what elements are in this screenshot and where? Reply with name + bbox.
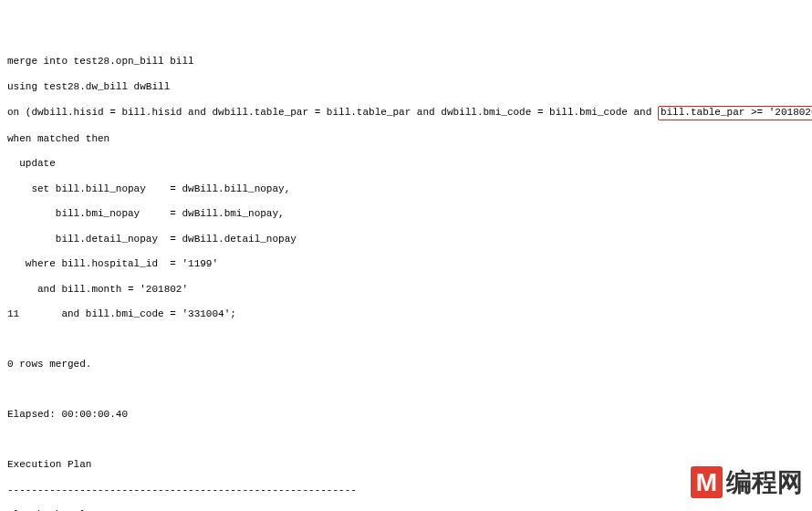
sql-line: and bill.month = '201802' bbox=[7, 284, 805, 297]
sql-line: on (dwbill.hisid = bill.hisid and dwbill… bbox=[7, 106, 805, 120]
rule: ----------------------------------------… bbox=[7, 485, 805, 497]
highlight-where-clause: bill.table_par >= '20180201' and bill.ta… bbox=[658, 106, 812, 120]
sql-line: using test28.dw_bill dwBill bbox=[7, 81, 805, 94]
sql-line: when matched then bbox=[7, 133, 805, 146]
blank bbox=[7, 434, 805, 447]
logo-text: 编程网 bbox=[726, 468, 803, 496]
exec-plan-title: Execution Plan bbox=[7, 459, 805, 472]
elapsed: Elapsed: 00:00:00.40 bbox=[7, 409, 805, 422]
sql-line: bill.detail_nopay = dwBill.detail_nopay bbox=[7, 234, 805, 246]
sql-line: where bill.hospital_id = '1199' bbox=[7, 258, 805, 271]
sql-line: bill.bmi_nopay = dwBill.bmi_nopay, bbox=[7, 208, 805, 221]
blank bbox=[7, 334, 805, 347]
sql-text: on (dwbill.hisid = bill.hisid and dwbill… bbox=[7, 107, 658, 118]
sql-line: set bill.bill_nopay = dwBill.bill_nopay, bbox=[7, 183, 805, 196]
sql-line: update bbox=[7, 158, 805, 171]
sql-line: merge into test28.opn_bill bill bbox=[7, 56, 805, 68]
rows-merged: 0 rows merged. bbox=[7, 359, 805, 371]
blank bbox=[7, 384, 805, 397]
logo-mark-icon: M bbox=[691, 466, 723, 498]
sql-line: 11 and bill.bmi_code = '331004'; bbox=[7, 308, 805, 321]
site-logo: M编程网 bbox=[691, 466, 803, 498]
